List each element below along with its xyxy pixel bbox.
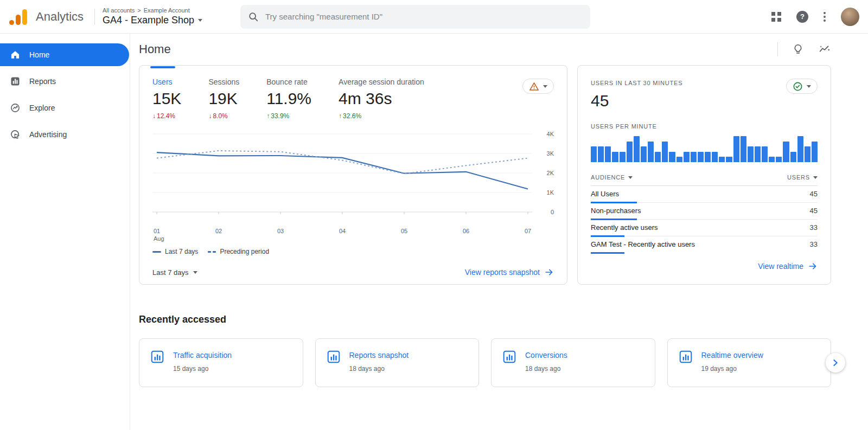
y-axis-label: 2K	[547, 170, 554, 176]
recent-card-title: Conversions	[525, 350, 567, 361]
analytics-logo-icon	[9, 9, 28, 25]
users-per-minute-bar	[726, 157, 732, 162]
breadcrumb-root: All accounts	[103, 7, 135, 14]
metric-label: Average session duration	[339, 78, 424, 86]
metric-value: 4m 36s	[339, 89, 424, 108]
date-range-selector[interactable]: Last 7 days	[152, 268, 197, 277]
page-title: Home	[139, 42, 171, 56]
x-axis-label: 05	[401, 227, 407, 235]
users-per-minute-bar	[705, 152, 711, 162]
chevron-down-icon	[198, 19, 202, 22]
report-chart-icon	[327, 350, 341, 364]
x-axis-label: 02	[215, 227, 222, 235]
sidebar-item-explore[interactable]: Explore	[0, 97, 130, 119]
chevron-down-icon	[628, 176, 633, 179]
metric-bounce-rate[interactable]: Bounce rate 11.9% ↑33.9%	[266, 78, 311, 120]
users-per-minute-bar	[733, 136, 739, 162]
audience-table-header: AUDIENCE USERS	[591, 174, 818, 186]
reports-icon	[10, 76, 21, 87]
recent-card-time: 18 days ago	[525, 365, 567, 373]
home-icon	[10, 49, 21, 60]
users-per-minute-bar	[620, 152, 626, 162]
legend-preceding-period: Preceding period	[208, 248, 269, 255]
users-per-minute-bar	[669, 152, 675, 162]
delta-arrow-icon: ↑	[339, 112, 342, 120]
legend-label: Last 7 days	[165, 248, 198, 255]
sidebar-item-reports[interactable]: Reports	[0, 70, 130, 93]
users-column-sort[interactable]: USERS	[787, 174, 818, 181]
help-icon[interactable]: ?	[796, 11, 808, 23]
chevron-down-icon	[193, 271, 197, 274]
metric-sessions[interactable]: Sessions 19K ↓8.0%	[208, 78, 239, 120]
users-per-minute-bar	[655, 152, 661, 162]
date-range-label: Last 7 days	[152, 268, 189, 277]
y-axis: 4K3K2K1K0	[535, 127, 554, 224]
recent-card-conversions[interactable]: Conversions18 days ago	[491, 338, 655, 387]
audience-name: GAM Test - Recently active users	[591, 240, 695, 248]
breadcrumb: All accounts > Example Account	[103, 7, 227, 14]
realtime-status-dropdown[interactable]	[786, 79, 818, 94]
sidebar-item-home[interactable]: Home	[0, 43, 129, 66]
analytics-intelligence-icon[interactable]	[818, 43, 831, 55]
metric-label: Bounce rate	[266, 78, 311, 86]
chart-legend: Last 7 days Preceding period	[152, 248, 554, 255]
apps-grid-icon[interactable]	[771, 12, 781, 22]
arrow-right-icon	[544, 267, 554, 277]
report-chart-icon	[502, 350, 516, 364]
legend-last-7-days: Last 7 days	[152, 248, 198, 255]
users-per-minute-bar	[748, 146, 754, 162]
carousel-next-button[interactable]	[826, 353, 845, 373]
y-axis-label: 1K	[547, 189, 554, 196]
y-axis-label: 3K	[547, 150, 554, 157]
more-vertical-icon[interactable]	[824, 12, 826, 22]
realtime-card: USERS IN LAST 30 MINUTES 45 USERS PER MI…	[577, 65, 831, 285]
view-reports-snapshot-link[interactable]: View reports snapshot	[465, 267, 554, 277]
chevron-right-icon	[831, 358, 840, 368]
report-chart-icon	[150, 350, 164, 364]
delta-value: 12.4%	[157, 112, 175, 120]
recent-card-time: 19 days ago	[701, 365, 763, 373]
advertising-icon	[10, 129, 21, 140]
recent-card-title: Reports snapshot	[349, 350, 409, 361]
recently-accessed-title: Recently accessed	[139, 314, 831, 325]
delta-value: 8.0%	[213, 112, 227, 120]
delta-arrow-icon: ↑	[266, 112, 270, 120]
help-glyph: ?	[800, 12, 805, 21]
breadcrumb-separator: >	[137, 7, 141, 14]
search-bar[interactable]	[240, 5, 590, 29]
realtime-users-label: USERS IN LAST 30 MINUTES	[591, 80, 818, 86]
search-input[interactable]	[265, 12, 583, 21]
users-per-minute-bar	[641, 146, 647, 162]
x-axis-label: 03	[277, 227, 284, 235]
users-per-minute-bar	[783, 142, 789, 162]
metric-label: Users	[152, 78, 181, 86]
audience-column-sort[interactable]: AUDIENCE	[591, 174, 633, 181]
sidebar-item-label: Advertising	[29, 130, 67, 139]
insights-lightbulb-icon[interactable]	[792, 43, 804, 55]
data-quality-dropdown[interactable]	[522, 79, 554, 94]
users-per-minute-bar	[591, 146, 597, 162]
audience-name: Recently active users	[591, 223, 658, 232]
audience-row: Non-purchasers45	[591, 203, 818, 220]
metric-avg-session-duration[interactable]: Average session duration 4m 36s ↑32.6%	[339, 78, 424, 120]
view-realtime-link[interactable]: View realtime	[758, 261, 818, 271]
product-name: Analytics	[36, 10, 84, 24]
recent-card-realtime-overview[interactable]: Realtime overview19 days ago	[667, 338, 832, 387]
users-per-minute-bar	[790, 152, 796, 162]
sidebar-item-advertising[interactable]: Advertising	[0, 123, 130, 146]
analytics-logo[interactable]: Analytics	[9, 9, 94, 25]
metric-users[interactable]: Users 15K ↓12.4%	[152, 78, 181, 120]
users-per-minute-bar	[612, 152, 618, 162]
metric-value: 11.9%	[266, 89, 311, 108]
users-per-minute-bar	[634, 136, 640, 162]
sidebar-item-label: Explore	[29, 104, 55, 112]
avatar[interactable]	[841, 8, 859, 26]
column-label: AUDIENCE	[591, 174, 625, 181]
legend-label: Preceding period	[220, 248, 269, 255]
chevron-down-icon	[807, 85, 811, 88]
recent-card-reports-snapshot[interactable]: Reports snapshot18 days ago	[315, 338, 480, 387]
account-switcher[interactable]: All accounts > Example Account GA4 - Exa…	[103, 7, 227, 26]
legend-dashed-swatch	[208, 251, 216, 253]
recent-card-traffic-acquisition[interactable]: Traffic acquisition15 days ago	[139, 338, 303, 387]
users-per-minute-bar	[648, 142, 654, 162]
